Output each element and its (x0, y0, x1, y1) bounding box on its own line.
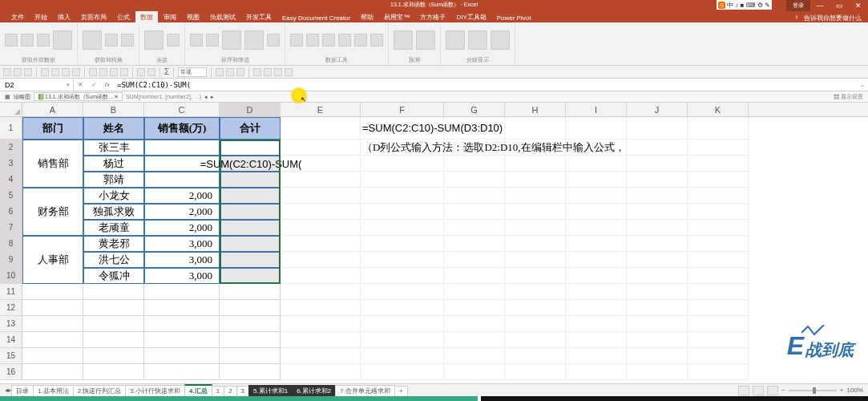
cell[interactable] (505, 252, 566, 268)
clear-filter-icon[interactable] (267, 34, 280, 47)
cell[interactable] (688, 117, 749, 140)
cell[interactable] (688, 284, 749, 300)
cell[interactable] (505, 188, 566, 204)
cell[interactable] (688, 300, 749, 316)
cell[interactable] (281, 156, 361, 172)
cell[interactable] (505, 284, 566, 300)
cell[interactable] (22, 364, 83, 380)
tab-diy[interactable]: DIY工具箱 (451, 11, 491, 22)
sheet-tab[interactable]: 目录 (11, 385, 34, 396)
cell[interactable] (220, 188, 281, 204)
cell[interactable] (566, 268, 627, 284)
cell[interactable] (361, 252, 444, 268)
sort-asc-icon[interactable] (190, 34, 203, 47)
cell[interactable] (83, 332, 144, 348)
restore-button[interactable]: ▭ (830, 0, 849, 11)
cell[interactable] (220, 268, 281, 284)
tab-ffgz[interactable]: 方方格子 (415, 11, 450, 22)
qat-icon-9[interactable] (137, 68, 145, 76)
ungroup-icon[interactable] (468, 30, 487, 50)
cell[interactable] (688, 188, 749, 204)
cell[interactable]: =SUM(C2:C10)-SUM(D3:D10) (361, 117, 444, 140)
cell[interactable] (220, 332, 281, 348)
font-color-icon[interactable] (216, 68, 224, 76)
cell[interactable] (22, 172, 83, 188)
row-header[interactable]: 1 (0, 117, 22, 140)
view-page-layout-icon[interactable] (753, 386, 764, 395)
cell[interactable] (505, 220, 566, 236)
row-header[interactable]: 9 (0, 252, 22, 268)
cell[interactable]: 合计 (220, 117, 281, 140)
cell[interactable] (566, 300, 627, 316)
cell[interactable] (144, 364, 220, 380)
cell[interactable] (688, 252, 749, 268)
tab-formulas[interactable]: 公式 (112, 11, 135, 22)
cell[interactable] (361, 156, 444, 172)
cell[interactable]: 张三丰 (83, 140, 144, 156)
cell[interactable]: 人事部 (22, 252, 83, 268)
cell[interactable] (281, 332, 361, 348)
zoom-slider[interactable] (789, 390, 837, 391)
cell[interactable] (281, 300, 361, 316)
cell[interactable] (627, 156, 688, 172)
thumbnails-icon[interactable]: ▦ (5, 94, 10, 100)
cell[interactable]: 洪七公 (83, 252, 144, 268)
expand-formula-bar-icon[interactable]: ⌄ (857, 81, 868, 88)
row-header[interactable]: 8 (0, 236, 22, 252)
cell[interactable] (361, 220, 444, 236)
show-queries-icon[interactable] (105, 34, 118, 47)
cell[interactable] (505, 316, 566, 332)
tab-developer[interactable]: 开发工具 (241, 11, 277, 22)
cell[interactable] (505, 117, 566, 140)
add-sheet-button[interactable]: + (394, 386, 408, 395)
cell[interactable] (444, 220, 505, 236)
cell[interactable] (627, 348, 688, 364)
flash-fill-icon[interactable] (306, 34, 319, 47)
video-progress-bar[interactable] (0, 396, 868, 401)
cell[interactable] (566, 252, 627, 268)
relationships-icon[interactable] (370, 34, 383, 47)
sheet-tab-active[interactable]: 4.汇总 (184, 384, 212, 396)
cell[interactable] (505, 332, 566, 348)
cell[interactable] (627, 316, 688, 332)
cell[interactable] (566, 204, 627, 220)
qat-icon-6[interactable] (99, 68, 107, 76)
cell[interactable] (505, 268, 566, 284)
cell[interactable] (83, 284, 144, 300)
col-header-I[interactable]: I (566, 103, 627, 116)
cell[interactable] (281, 316, 361, 332)
sheet-tab[interactable]: 6.累计求和2 (292, 385, 336, 396)
cell[interactable] (281, 117, 361, 140)
cell[interactable] (83, 364, 144, 380)
qat-icon-4[interactable] (72, 68, 80, 76)
tell-me[interactable]: ♀ 告诉我你想要做什么 (794, 14, 868, 22)
col-header-A[interactable]: A (22, 103, 83, 116)
cell[interactable] (22, 316, 83, 332)
cell[interactable] (22, 284, 83, 300)
cell[interactable] (505, 172, 566, 188)
cell[interactable] (688, 156, 749, 172)
enter-formula-icon[interactable]: ✓ (91, 81, 97, 88)
cell[interactable]: 财务部 (22, 204, 83, 220)
insert-function-icon[interactable]: fx (105, 81, 110, 88)
cell[interactable] (627, 172, 688, 188)
grid[interactable]: A B C D E F G H I J K 1 部门 姓名 销售额(万) 合计 … (0, 103, 868, 383)
cell[interactable] (22, 268, 83, 284)
cell[interactable] (627, 220, 688, 236)
autosum-icon[interactable]: Σ (164, 67, 169, 76)
cell[interactable] (22, 300, 83, 316)
data-validation-icon[interactable] (338, 34, 351, 47)
col-header-D[interactable]: D (220, 103, 281, 116)
qat-icon-8[interactable] (120, 68, 128, 76)
cell[interactable] (281, 348, 361, 364)
cell[interactable]: 2,000 (144, 188, 220, 204)
cell[interactable] (83, 300, 144, 316)
cell[interactable] (627, 268, 688, 284)
col-header-B[interactable]: B (83, 103, 144, 116)
cell[interactable] (83, 348, 144, 364)
cell[interactable] (22, 220, 83, 236)
qat-icon-d[interactable] (285, 68, 293, 76)
cell[interactable]: 独孤求败 (83, 204, 144, 220)
tab-home[interactable]: 开始 (30, 11, 52, 22)
tab-insert[interactable]: 插入 (53, 11, 75, 22)
